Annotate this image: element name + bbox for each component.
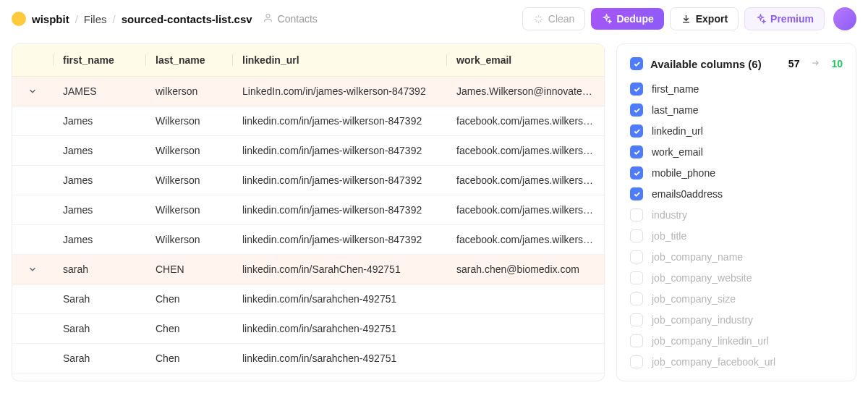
cell-linkedin-url: linkedin.com/in/james-wilkerson-847392 (232, 136, 446, 165)
cell-first-name: JAMES (53, 77, 145, 106)
cell-last-name: Wilkerson (145, 136, 232, 165)
column-toggle-item[interactable]: job_company_linkedin_url (630, 332, 843, 350)
column-label: mobile_phone (652, 167, 715, 179)
column-toggle-item[interactable]: job_title (630, 227, 843, 245)
expand-toggle (12, 172, 53, 189)
premium-button[interactable]: Premium (744, 7, 825, 30)
column-checkbox[interactable] (630, 166, 643, 179)
column-toggle-item[interactable]: job_company_industry (630, 311, 843, 329)
column-header-work-email[interactable]: work_email (446, 44, 604, 76)
column-label: job_company_linkedin_url (652, 335, 769, 347)
column-checkbox[interactable] (630, 271, 643, 284)
column-checkbox[interactable] (630, 187, 643, 200)
arrow-right-icon (809, 58, 821, 69)
cell-last-name: Wilkerson (145, 106, 232, 135)
expand-toggle (12, 350, 53, 367)
expand-column-header (12, 44, 53, 76)
avatar[interactable] (833, 7, 856, 30)
column-checkbox[interactable] (630, 124, 643, 138)
table-row[interactable]: sarahCHENlinkedin.com/in/SarahChen-49275… (12, 255, 604, 284)
column-label: job_company_name (652, 251, 743, 263)
cell-work-email: facebook.com/james.wilkerson (446, 195, 604, 224)
column-checkbox[interactable] (630, 103, 643, 117)
expand-toggle (12, 320, 53, 337)
column-label: work_email (652, 146, 703, 158)
breadcrumb: wispbit / Files / sourced-contacts-list.… (32, 13, 252, 25)
chevron-down-icon (27, 264, 38, 274)
column-toggle-item[interactable]: job_company_facebook_url (630, 353, 843, 371)
cell-first-name: Sarah (53, 344, 145, 373)
table-row[interactable]: JamesWilkersonlinkedin.com/in/james-wilk… (12, 136, 604, 166)
cell-first-name: Sarah (53, 284, 145, 313)
premium-label: Premium (770, 13, 814, 25)
breadcrumb-files[interactable]: Files (84, 13, 107, 25)
cell-linkedin-url: linkedin.com/in/james-wilkerson-847392 (232, 106, 446, 135)
column-checkbox[interactable] (630, 229, 643, 242)
cell-linkedin-url: LinkedIn.com/in/james-wilkerson-847392 (232, 77, 446, 106)
column-checkbox[interactable] (630, 355, 643, 368)
cell-last-name: Chen (145, 284, 232, 313)
expand-toggle[interactable] (12, 255, 53, 283)
table-row[interactable]: JamesWilkersonlinkedin.com/in/james-wilk… (12, 225, 604, 255)
count-before: 57 (788, 58, 800, 69)
table-row[interactable]: SarahChenlinkedin.com/in/sarahchen-49275… (12, 284, 604, 314)
brand-name[interactable]: wispbit (32, 13, 69, 25)
column-label: industry (652, 209, 687, 221)
clean-button[interactable]: Clean (522, 7, 586, 30)
column-checkbox[interactable] (630, 83, 643, 96)
breadcrumb-separator: / (75, 13, 78, 25)
breadcrumb-filename[interactable]: sourced-contacts-list.csv (122, 13, 252, 25)
export-label: Export (696, 13, 728, 25)
clean-label: Clean (548, 13, 575, 25)
select-all-checkbox[interactable] (630, 57, 643, 70)
table-row[interactable]: JAMESwilkersonLinkedIn.com/in/james-wilk… (12, 77, 604, 106)
column-toggle-item[interactable]: first_name (630, 80, 843, 98)
column-checkbox[interactable] (630, 313, 643, 326)
table-row[interactable]: JamesWilkersonlinkedin.com/in/james-wilk… (12, 195, 604, 225)
column-label: first_name (652, 83, 699, 95)
column-toggle-item[interactable]: job_company_website (630, 269, 843, 287)
sparkle-icon (755, 14, 766, 25)
column-checkbox[interactable] (630, 208, 643, 221)
column-header-linkedin-url[interactable]: linkedin_url (232, 44, 446, 76)
column-toggle-item[interactable]: industry (630, 206, 843, 224)
subtype-pill: Contacts (263, 12, 318, 25)
column-header-first-name[interactable]: first_name (53, 44, 145, 76)
column-toggle-item[interactable]: linkedin_url (630, 122, 843, 140)
cell-linkedin-url: linkedin.com/in/james-wilkerson-847392 (232, 166, 446, 195)
expand-toggle[interactable] (12, 77, 53, 105)
table-row[interactable]: JamesWilkersonlinkedin.com/in/james-wilk… (12, 106, 604, 136)
table-row[interactable]: JamesWilkersonlinkedin.com/in/james-wilk… (12, 166, 604, 195)
cell-linkedin-url: linkedin.com/in/james-wilkerson-847392 (232, 195, 446, 224)
cell-work-email (446, 320, 604, 337)
table-row[interactable]: SarahChenlinkedin.com/in/sarahchen-49275… (12, 314, 604, 344)
column-toggle-item[interactable]: mobile_phone (630, 164, 843, 182)
cell-linkedin-url: linkedin.com/in/SarahChen-492751 (232, 255, 446, 284)
column-toggle-item[interactable]: emails0address (630, 185, 843, 203)
cell-last-name: Wilkerson (145, 195, 232, 224)
column-checkbox[interactable] (630, 292, 643, 305)
cell-work-email: facebook.com/james.wilkerson (446, 166, 604, 195)
cell-work-email: facebook.com/james.wilkerson (446, 225, 604, 254)
table-row[interactable]: SarahChenlinkedin.com/in/sarahchen-49275… (12, 344, 604, 373)
export-button[interactable]: Export (670, 7, 739, 30)
column-toggle-item[interactable]: job_company_size (630, 290, 843, 308)
dedupe-button[interactable]: Dedupe (591, 8, 663, 30)
cell-linkedin-url: linkedin.com/in/sarahchen-492751 (232, 344, 446, 373)
breadcrumb-separator: / (113, 13, 116, 25)
column-checkbox[interactable] (630, 145, 643, 159)
user-icon (263, 12, 273, 25)
cell-work-email: facebook.com/james.wilkerson (446, 106, 604, 135)
cell-linkedin-url: linkedin.com/in/james-wilkerson-847392 (232, 225, 446, 254)
cell-linkedin-url: linkedin.com/in/sarahchen-492751 (232, 284, 446, 313)
column-toggle-item[interactable]: job_company_name (630, 248, 843, 266)
column-toggle-item[interactable]: work_email (630, 143, 843, 161)
column-toggle-item[interactable]: last_name (630, 101, 843, 119)
column-header-last-name[interactable]: last_name (145, 44, 232, 76)
column-checkbox[interactable] (630, 334, 643, 347)
column-checkbox[interactable] (630, 250, 643, 263)
dedupe-table: first_name last_name linkedin_url work_e… (12, 43, 605, 381)
cell-work-email: facebook.com/james.wilkerson (446, 136, 604, 165)
available-columns-panel: Available columns (6) 57 10 first_namela… (616, 43, 856, 381)
column-checklist: first_namelast_namelinkedin_urlwork_emai… (617, 80, 856, 371)
